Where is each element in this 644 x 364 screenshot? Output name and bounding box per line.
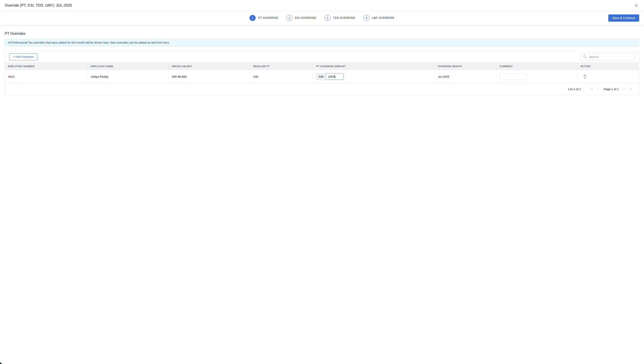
modal-body: PT Overrides All Professional Tax overri…	[0, 32, 322, 95]
stepper-bar: 1 PT OVERRIDE 2 ESI OVERRIDE 3 TDS OVERR…	[0, 11, 322, 25]
step-pt-override[interactable]: 1 PT OVERRIDE	[250, 15, 278, 21]
col-pt-override-amount: PT Override Amount	[313, 63, 322, 70]
cell-employee-name: Aditya Reddy	[88, 70, 168, 83]
section-heading: PT Overrides	[5, 32, 322, 36]
currency-prefix: INR	[316, 73, 322, 80]
modal-titlebar: Override (PT, ESI, TDS, LWF): JUL-2025	[0, 0, 322, 11]
card-toolbar: + Add Employee	[5, 51, 322, 62]
pt-override-amount-group: INR 2000	[316, 73, 322, 80]
cell-gross-salary: INR 66,666	[169, 70, 250, 83]
cell-regular-pt: 208	[250, 70, 313, 83]
overrides-card: + Add Employee Employee Number Employee …	[5, 51, 322, 95]
cell-employee-number: IN23	[5, 70, 88, 83]
col-regular-pt: Regular PT	[250, 63, 313, 70]
step-2-circle: 2	[286, 15, 292, 21]
table-header-row: Employee Number Employee Name Gross Sala…	[5, 62, 322, 70]
step-1-circle: 1	[250, 15, 256, 21]
pagination-bar: 1 to 1 of 1 Page 1 of 1	[5, 83, 322, 95]
info-banner: All Professional Tax overrides that were…	[5, 39, 322, 46]
step-2-label: ESI OVERRIDE	[295, 16, 316, 20]
stepper: 1 PT OVERRIDE 2 ESI OVERRIDE 3 TDS OVERR…	[250, 15, 322, 21]
table-row: IN23 Aditya Reddy INR 66,666 208 INR 200…	[5, 70, 322, 83]
add-employee-button[interactable]: + Add Employee	[9, 54, 38, 60]
cell-pt-override-amount: INR 2000	[313, 70, 322, 83]
col-gross-salary: Gross Salary	[169, 63, 250, 70]
modal-title: Override (PT, ESI, TDS, LWF): JUL-2025	[5, 3, 72, 8]
step-1-label: PT OVERRIDE	[258, 16, 278, 20]
override-modal: Override (PT, ESI, TDS, LWF): JUL-2025 1…	[0, 0, 322, 182]
col-employee-number: Employee Number	[5, 63, 88, 70]
col-employee-name: Employee Name	[88, 63, 168, 70]
step-esi-override[interactable]: 2 ESI OVERRIDE	[286, 15, 316, 21]
